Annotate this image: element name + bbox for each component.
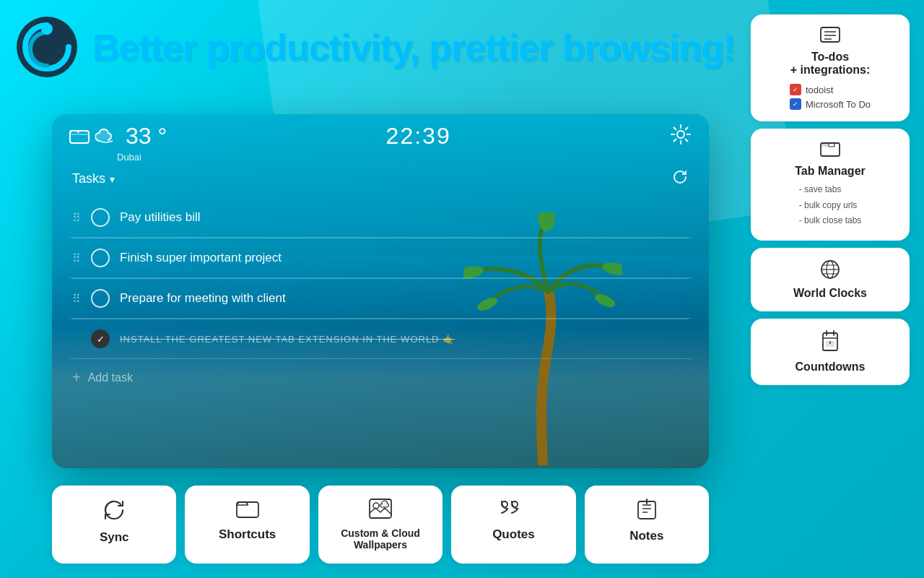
todos-icon: [820, 26, 840, 46]
quotes-icon: [500, 499, 526, 522]
svg-rect-7: [70, 131, 89, 143]
time: 22:39: [386, 123, 451, 150]
task-checkbox[interactable]: [91, 208, 110, 227]
preview-topbar: 33 ° 22:39: [52, 114, 709, 158]
svg-point-30: [373, 503, 379, 509]
chevron-down-icon: ▾: [110, 173, 115, 185]
svg-rect-9: [821, 27, 840, 42]
wallpapers-card[interactable]: Custom & CloudWallpapers: [318, 486, 443, 564]
task-text-completed: INSTALL THE GREATEST NEW TAB EXTENSION I…: [120, 334, 455, 345]
city-name: Dubai: [117, 152, 141, 163]
task-item: ⠿ Prepare for meeting with client: [69, 279, 692, 319]
tasks-panel: Tasks ▾ ⠿ Pay utilities bill ⠿ Finish su…: [69, 168, 692, 468]
todoist-item: ✓ todoist: [790, 84, 833, 95]
world-clocks-card[interactable]: World Clocks: [751, 248, 910, 311]
task-checkbox[interactable]: [91, 289, 110, 308]
todoist-icon: ✓: [790, 84, 801, 95]
wallpapers-title: Custom & CloudWallpapers: [341, 527, 420, 551]
mstodo-item: ✓ Microsoft To Do: [790, 98, 871, 110]
notes-title: Notes: [629, 529, 663, 543]
svg-point-8: [677, 131, 684, 138]
task-item: ⠿ ✓ INSTALL THE GREATEST NEW TAB EXTENSI…: [69, 319, 692, 359]
sync-title: Sync: [100, 530, 129, 545]
integration-logos: ✓ todoist ✓ Microsoft To Do: [790, 84, 871, 110]
logo: [14, 14, 79, 82]
tab-manager-desc: - save tabs- bulk copy urls- bulk close …: [799, 182, 862, 229]
notes-card[interactable]: Notes: [585, 486, 709, 564]
tab-manager-title: Tab Manager: [795, 165, 866, 178]
mstodo-icon: ✓: [790, 98, 801, 110]
countdowns-card[interactable]: Countdowns: [751, 319, 910, 385]
refresh-icon[interactable]: [671, 168, 689, 189]
svg-point-1: [41, 23, 53, 35]
world-clocks-icon: [820, 259, 840, 282]
drag-handle[interactable]: ⠿: [72, 211, 81, 225]
right-panel: To-dos+ integrations: ✓ todoist ✓ Micros…: [751, 14, 910, 385]
countdowns-icon: [820, 330, 840, 356]
mstodo-label: Microsoft To Do: [806, 99, 871, 110]
quotes-title: Quotes: [492, 527, 535, 542]
task-text: Finish super important project: [120, 251, 282, 265]
countdowns-title: Countdowns: [796, 361, 866, 374]
drag-handle[interactable]: ⠿: [72, 251, 81, 265]
tasks-header: Tasks ▾: [69, 168, 692, 189]
task-item: ⠿ Pay utilities bill: [69, 198, 692, 238]
plus-icon: +: [72, 369, 81, 386]
todos-title: To-dos+ integrations:: [790, 51, 871, 77]
tasks-label: Tasks: [72, 171, 105, 186]
task-checkbox[interactable]: [91, 249, 110, 267]
drag-handle[interactable]: ⠿: [72, 292, 81, 306]
shortcuts-card[interactable]: Shortcuts: [185, 486, 309, 564]
world-clocks-title: World Clocks: [793, 287, 867, 300]
wallpapers-icon: [369, 499, 392, 522]
svg-rect-14: [821, 143, 828, 147]
cloud-icon: [95, 128, 117, 144]
task-item: ⠿ Finish super important project: [69, 238, 692, 278]
svg-rect-29: [370, 499, 391, 518]
gear-button[interactable]: [670, 124, 692, 148]
tasks-title[interactable]: Tasks ▾: [72, 171, 115, 186]
quotes-card[interactable]: Quotes: [451, 486, 575, 564]
sync-icon: [103, 499, 126, 525]
header: Better productivity, prettier browsing!: [14, 14, 736, 82]
preview-card: 33 ° 22:39 Dubai Tasks ▾: [52, 114, 709, 468]
notes-icon: [637, 499, 657, 523]
folder-icon: [69, 127, 90, 144]
todoist-label: todoist: [806, 85, 833, 95]
bottom-grid: Sync Shortcuts Custom & CloudWallpapers: [52, 486, 709, 564]
task-text: Pay utilities bill: [120, 210, 201, 225]
weather-info: 33 °: [69, 123, 167, 150]
tab-manager-icon: [820, 140, 840, 160]
task-checkbox-checked[interactable]: ✓: [91, 329, 110, 348]
add-task-label: Add task: [88, 371, 133, 384]
tab-manager-card[interactable]: Tab Manager - save tabs- bulk copy urls-…: [751, 129, 910, 241]
sync-card[interactable]: Sync: [52, 486, 176, 564]
shortcuts-title: Shortcuts: [219, 527, 276, 542]
gear-icon: [670, 124, 692, 145]
temperature: 33 °: [126, 123, 167, 150]
tagline: Better productivity, prettier browsing!: [92, 27, 735, 69]
add-task-button[interactable]: + Add task: [69, 359, 692, 396]
todos-card[interactable]: To-dos+ integrations: ✓ todoist ✓ Micros…: [751, 14, 910, 121]
shortcuts-icon: [236, 499, 259, 522]
task-text: Prepare for meeting with client: [120, 291, 286, 306]
